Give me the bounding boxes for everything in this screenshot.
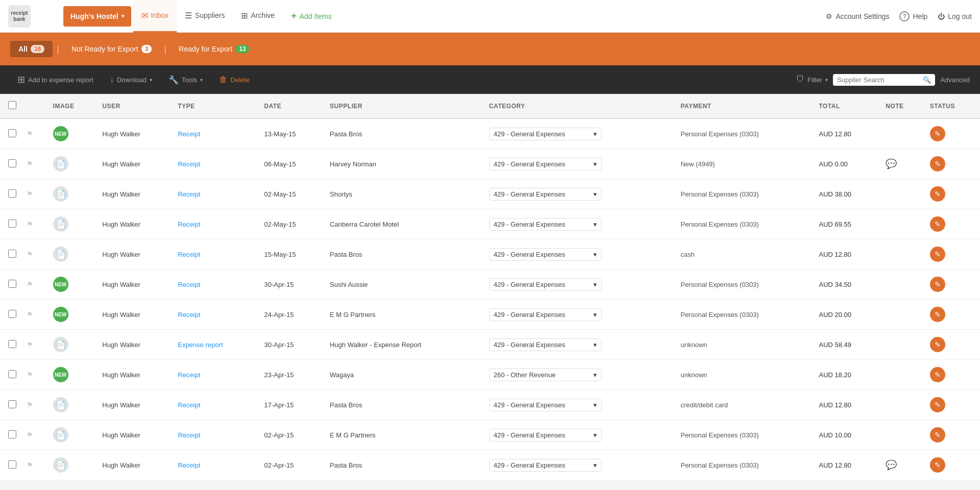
category-select[interactable]: 429 - General Expenses ▾ [489,308,602,321]
type-link[interactable]: Receipt [178,281,200,288]
category-select[interactable]: 429 - General Expenses ▾ [489,218,602,231]
flag-icon[interactable]: ⚑ [27,280,33,288]
row-note-cell [880,239,925,270]
row-image-cell: NEW [48,300,98,330]
flag-icon[interactable]: ⚑ [27,160,33,168]
col-payment: PAYMENT [676,94,814,118]
edit-button[interactable]: ✎ [930,277,945,292]
inbox-icon [141,11,148,20]
row-checkbox[interactable] [8,159,16,167]
download-button[interactable]: ↓ Download ▾ [103,71,159,88]
type-link[interactable]: Receipt [178,461,200,469]
type-link[interactable]: Receipt [178,190,200,198]
category-value: 429 - General Expenses [494,281,565,288]
flag-icon[interactable]: ⚑ [27,371,33,379]
type-link[interactable]: Receipt [178,160,200,168]
edit-button[interactable]: ✎ [930,156,945,172]
company-selector[interactable]: Hugh's Hostel ▾ [63,6,131,27]
logout-button[interactable]: ⏻ Log out [938,12,972,20]
flag-icon[interactable]: ⚑ [27,310,33,318]
type-link[interactable]: Receipt [178,311,200,318]
type-link[interactable]: Receipt [178,251,200,258]
row-checkbox[interactable] [8,219,16,228]
nav-suppliers[interactable]: ☰ Suppliers [177,0,233,33]
category-select[interactable]: 429 - General Expenses ▾ [489,429,602,442]
supplier-name: Pasta Bros [330,130,363,138]
edit-button[interactable]: ✎ [930,186,945,202]
flag-icon[interactable]: ⚑ [27,461,33,469]
category-select[interactable]: 429 - General Expenses ▾ [489,338,602,351]
flag-icon[interactable]: ⚑ [27,250,33,258]
help-button[interactable]: ? Help [899,11,927,21]
edit-button[interactable]: ✎ [930,427,945,443]
row-checkbox[interactable] [8,460,16,469]
supplier-name: Pasta Bros [330,461,363,469]
category-select[interactable]: 429 - General Expenses ▾ [489,459,602,472]
flag-icon[interactable]: ⚑ [27,340,33,349]
tab-ready[interactable]: Ready for Export 13 [171,41,257,57]
row-type-cell: Receipt [173,450,259,480]
delete-button[interactable]: 🗑 Delete [212,71,257,88]
row-checkbox[interactable] [8,400,16,408]
row-checkbox[interactable] [8,310,16,318]
type-link[interactable]: Receipt [178,431,200,439]
toolbar: ⊞ Add to expense report ↓ Download ▾ 🔧 T… [0,65,980,94]
row-checkbox[interactable] [8,280,16,288]
edit-button[interactable]: ✎ [930,247,945,262]
edit-button[interactable]: ✎ [930,337,945,352]
row-payment-cell: unknown [676,330,814,360]
type-link[interactable]: Receipt [178,371,200,379]
edit-button[interactable]: ✎ [930,307,945,322]
flag-icon[interactable]: ⚑ [27,431,33,439]
category-value: 429 - General Expenses [494,160,565,168]
nav-archive[interactable]: ⊞ Archive [233,0,283,33]
advanced-button[interactable]: Advanced [940,76,970,84]
type-link[interactable]: Receipt [178,401,200,409]
add-items-button[interactable]: Add Items [283,0,340,33]
row-checkbox[interactable] [8,430,16,438]
nav-inbox[interactable]: Inbox [133,0,177,33]
search-input[interactable] [837,76,920,84]
account-settings-button[interactable]: ⚙ Account Settings [826,12,889,20]
toolbar-right: ⛉ Filter ▾ 🔍 Advanced [796,74,970,86]
row-category-cell: 429 - General Expenses ▾ [484,420,676,450]
tools-button[interactable]: 🔧 Tools ▾ [161,71,210,89]
category-select[interactable]: 429 - General Expenses ▾ [489,248,602,261]
category-select[interactable]: 429 - General Expenses ▾ [489,158,602,170]
category-select[interactable]: 429 - General Expenses ▾ [489,128,602,140]
row-user-cell: Hugh Walker [97,149,173,179]
edit-button[interactable]: ✎ [930,397,945,412]
category-select[interactable]: 429 - General Expenses ▾ [489,278,602,291]
row-total-cell: AUD 0.00 [814,149,880,179]
add-expense-report-button[interactable]: ⊞ Add to expense report [10,70,101,89]
row-checkbox[interactable] [8,370,16,378]
category-select[interactable]: 429 - General Expenses ▾ [489,399,602,411]
row-checkbox[interactable] [8,340,16,348]
supplier-name: Harvey Norman [330,160,376,168]
filter-button[interactable]: ⛉ Filter ▾ [796,75,828,84]
flag-icon[interactable]: ⚑ [27,220,33,228]
tab-all[interactable]: All 16 [10,41,53,57]
row-checkbox[interactable] [8,250,16,258]
flag-icon[interactable]: ⚑ [27,401,33,409]
avatar-doc: 📄 [53,397,68,412]
payment-value: Personal Expenses (0303) [681,431,759,439]
edit-button[interactable]: ✎ [930,216,945,232]
row-checkbox[interactable] [8,129,16,137]
edit-button[interactable]: ✎ [930,126,945,141]
row-payment-cell: cash [676,239,814,270]
table-row: ⚑ 📄 Hugh Walker Receipt 06-May-15 Harvey… [0,149,980,179]
select-all-checkbox[interactable] [8,101,16,109]
type-link[interactable]: Receipt [178,220,200,228]
row-checkbox[interactable] [8,189,16,198]
category-select[interactable]: 260 - Other Revenue ▾ [489,369,602,381]
category-select[interactable]: 429 - General Expenses ▾ [489,188,602,201]
row-category-cell: 260 - Other Revenue ▾ [484,360,676,390]
tab-not-ready[interactable]: Not Ready for Export 3 [63,41,160,57]
edit-button[interactable]: ✎ [930,457,945,473]
type-link[interactable]: Receipt [178,130,200,138]
flag-icon[interactable]: ⚑ [27,190,33,198]
flag-icon[interactable]: ⚑ [27,130,33,138]
type-link[interactable]: Expense report [178,341,223,349]
edit-button[interactable]: ✎ [930,367,945,382]
